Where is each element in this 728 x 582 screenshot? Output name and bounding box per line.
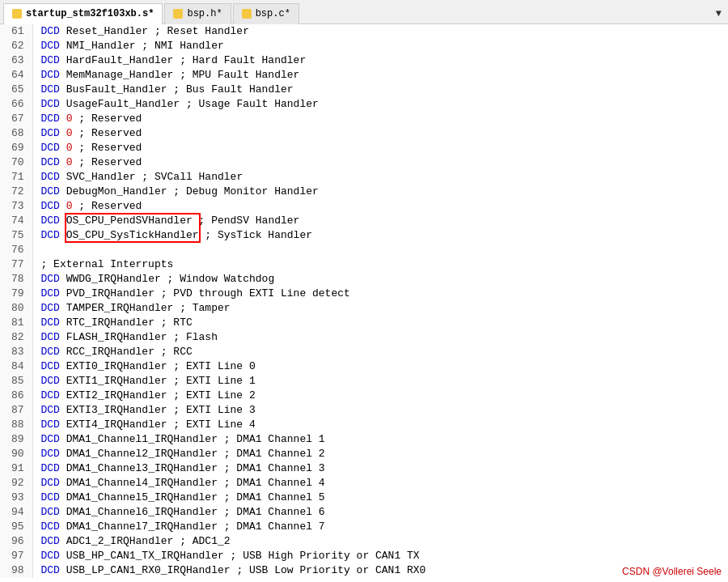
line-comment: ; Debug Monitor Handler (173, 185, 318, 198)
handler-name: DMA1_Channel1_IRQHandler (66, 433, 218, 445)
code-row-90: 90 DCD DMA1_Channel2_IRQHandler ; DMA1 C… (0, 447, 728, 461)
line-number-85: 85 (0, 374, 32, 389)
value-zero: 0 (66, 200, 73, 212)
keyword-dcd: DCD (41, 273, 60, 285)
line-content-90: DCD DMA1_Channel2_IRQHandler ; DMA1 Chan… (32, 447, 728, 461)
line-content-93: DCD DMA1_Channel5_IRQHandler ; DMA1 Chan… (32, 491, 728, 505)
line-number-95: 95 (0, 520, 32, 534)
handler-name: DMA1_Channel2_IRQHandler (66, 448, 218, 460)
line-content-64: DCD MemManage_Handler ; MPU Fault Handle… (32, 68, 728, 83)
handler-name: EXTI4_IRQHandler (66, 418, 167, 431)
line-number-84: 84 (0, 359, 32, 374)
line-content-92: DCD DMA1_Channel4_IRQHandler ; DMA1 Chan… (32, 476, 728, 491)
code-row-88: 88 DCD EXTI4_IRQHandler ; EXTI Line 4 (0, 418, 728, 432)
code-row-80: 80 DCD TAMPER_IRQHandler ; Tamper (0, 301, 728, 316)
line-comment: ; DMA1 Channel 3 (224, 462, 325, 474)
tab-startup[interactable]: startup_stm32f103xb.s* (3, 3, 163, 24)
code-row-63: 63 DCD HardFault_Handler ; Hard Fault Ha… (0, 53, 728, 68)
line-content-61: DCD Reset_Handler ; Reset Handler (32, 24, 728, 39)
tab-label-bsph: bsp.h* (187, 8, 222, 19)
line-number-73: 73 (0, 199, 32, 214)
line-content-74: DCD OS_CPU_PendSVHandler ; PendSV Handle… (32, 214, 728, 228)
line-comment: ; DMA1 Channel 7 (224, 520, 325, 533)
handler-name: DMA1_Channel7_IRQHandler (66, 520, 218, 533)
line-number-75: 75 (0, 228, 32, 243)
line-content-69: DCD 0 ; Reserved (32, 141, 728, 155)
line-number-88: 88 (0, 418, 32, 432)
tab-arrow[interactable]: ▼ (709, 8, 728, 19)
tab-bsph[interactable]: bsp.h* (164, 3, 231, 24)
line-content-75: DCD OS_CPU_SysTickHandler ; SysTick Hand… (32, 228, 728, 243)
line-comment: ; EXTI Line 1 (173, 375, 255, 387)
code-row-68: 68 DCD 0 ; Reserved (0, 126, 728, 141)
handler-name: MemManage_Handler (66, 69, 174, 81)
tab-icon-startup (12, 9, 22, 19)
line-comment: ; Reserved (78, 127, 142, 139)
line-number-76: 76 (0, 243, 32, 257)
code-row-86: 86 DCD EXTI2_IRQHandler ; EXTI Line 2 (0, 389, 728, 403)
line-content-63: DCD HardFault_Handler ; Hard Fault Handl… (32, 53, 728, 68)
keyword-dcd: DCD (41, 448, 60, 460)
line-comment: ; DMA1 Channel 6 (224, 506, 325, 518)
code-container: 61 DCD Reset_Handler ; Reset Handler62 D… (0, 24, 728, 582)
keyword-dcd: DCD (41, 40, 60, 52)
handler-name: EXTI2_IRQHandler (66, 389, 167, 401)
line-number-89: 89 (0, 432, 32, 447)
line-comment: ; RCC (161, 346, 193, 358)
keyword-dcd: DCD (41, 113, 60, 125)
line-comment: ; Reserved (78, 156, 142, 168)
keyword-dcd: DCD (41, 229, 60, 241)
line-content-98: DCD USB_LP_CAN1_RX0_IRQHandler ; USB Low… (32, 563, 728, 578)
tab-label-startup: startup_stm32f103xb.s* (26, 8, 154, 19)
line-number-94: 94 (0, 505, 32, 520)
line-content-87: DCD EXTI3_IRQHandler ; EXTI Line 3 (32, 403, 728, 418)
keyword-dcd: DCD (41, 506, 60, 518)
tab-bspc[interactable]: bsp.c* (233, 3, 299, 24)
handler-name: WWDG_IRQHandler (66, 273, 161, 285)
line-number-65: 65 (0, 83, 32, 97)
line-comment: ; PendSV Handler (199, 215, 300, 227)
keyword-dcd: DCD (41, 171, 60, 183)
line-number-70: 70 (0, 155, 32, 170)
value-zero: 0 (66, 156, 73, 168)
line-number-61: 61 (0, 24, 32, 39)
handler-name: UsageFault_Handler (66, 98, 180, 110)
line-number-67: 67 (0, 112, 32, 126)
line-comment: ; EXTI Line 0 (173, 360, 255, 372)
line-comment: ; EXTI Line 4 (173, 418, 255, 431)
value-zero: 0 (66, 127, 73, 139)
line-number-66: 66 (0, 97, 32, 112)
handler-name: OS_CPU_SysTickHandler (66, 229, 199, 241)
handler-name: EXTI0_IRQHandler (66, 360, 167, 372)
line-comment: ; SysTick Handler (205, 229, 312, 241)
line-comment: ; EXTI Line 2 (173, 389, 255, 401)
line-content-94: DCD DMA1_Channel6_IRQHandler ; DMA1 Chan… (32, 505, 728, 520)
handler-name: DMA1_Channel3_IRQHandler (66, 462, 218, 474)
line-content-65: DCD BusFault_Handler ; Bus Fault Handler (32, 83, 728, 97)
code-row-78: 78 DCD WWDG_IRQHandler ; Window Watchdog (0, 272, 728, 287)
line-number-98: 98 (0, 563, 32, 578)
tab-label-bspc: bsp.c* (256, 8, 290, 19)
code-row-85: 85 DCD EXTI1_IRQHandler ; EXTI Line 1 (0, 374, 728, 389)
keyword-dcd: DCD (41, 69, 60, 81)
tab-bar: startup_stm32f103xb.s*bsp.h*bsp.c*▼ (0, 0, 728, 24)
line-content-76 (32, 243, 728, 257)
line-number-82: 82 (0, 330, 32, 345)
keyword-dcd: DCD (41, 564, 60, 576)
code-row-71: 71 DCD SVC_Handler ; SVCall Handler (0, 170, 728, 185)
code-row-64: 64 DCD MemManage_Handler ; MPU Fault Han… (0, 68, 728, 83)
line-comment: ; Hard Fault Handler (180, 54, 306, 66)
value-zero: 0 (66, 113, 73, 125)
handler-name: USB_HP_CAN1_TX_IRQHandler (66, 550, 224, 562)
keyword-dcd: DCD (41, 54, 60, 66)
handler-name: EXTI3_IRQHandler (66, 404, 167, 416)
line-number-77: 77 (0, 257, 32, 272)
code-row-66: 66 DCD UsageFault_Handler ; Usage Fault … (0, 97, 728, 112)
line-content-70: DCD 0 ; Reserved (32, 155, 728, 170)
line-content-72: DCD DebugMon_Handler ; Debug Monitor Han… (32, 185, 728, 199)
line-number-62: 62 (0, 39, 32, 53)
line-comment: ; NMI Handler (142, 40, 223, 52)
line-number-71: 71 (0, 170, 32, 185)
handler-name: DMA1_Channel5_IRQHandler (66, 491, 218, 503)
line-comment: ; EXTI Line 3 (173, 404, 255, 416)
